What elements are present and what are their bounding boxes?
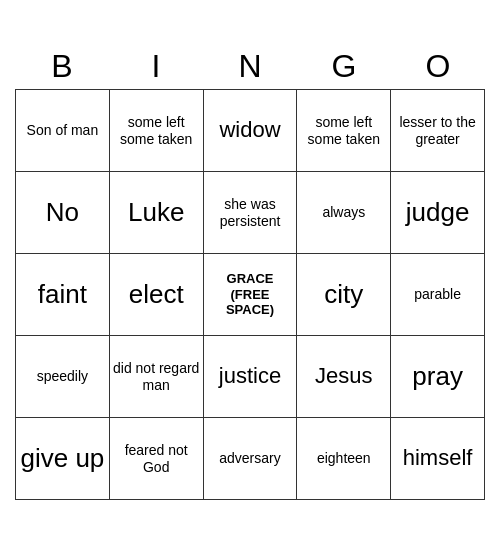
bingo-cell-20: give up <box>16 418 110 500</box>
bingo-cell-8: always <box>297 172 391 254</box>
header-letter-n: N <box>203 44 297 89</box>
bingo-cell-12: GRACE (free space) <box>204 254 298 336</box>
header-letter-g: G <box>297 44 391 89</box>
bingo-cell-4: lesser to the greater <box>391 90 485 172</box>
bingo-cell-10: faint <box>16 254 110 336</box>
bingo-cell-19: pray <box>391 336 485 418</box>
header-letter-o: O <box>391 44 485 89</box>
bingo-cell-2: widow <box>204 90 298 172</box>
bingo-cell-17: justice <box>204 336 298 418</box>
bingo-cell-11: elect <box>110 254 204 336</box>
bingo-grid: Son of mansome left some takenwidowsome … <box>15 89 485 500</box>
bingo-cell-7: she was persistent <box>204 172 298 254</box>
bingo-cell-3: some left some taken <box>297 90 391 172</box>
bingo-cell-13: city <box>297 254 391 336</box>
bingo-cell-23: eighteen <box>297 418 391 500</box>
bingo-cell-15: speedily <box>16 336 110 418</box>
bingo-cell-21: feared not God <box>110 418 204 500</box>
bingo-cell-5: No <box>16 172 110 254</box>
bingo-header: BINGO <box>15 44 485 89</box>
bingo-cell-18: Jesus <box>297 336 391 418</box>
bingo-cell-1: some left some taken <box>110 90 204 172</box>
bingo-cell-9: judge <box>391 172 485 254</box>
bingo-cell-22: adversary <box>204 418 298 500</box>
header-letter-i: I <box>109 44 203 89</box>
bingo-card: BINGO Son of mansome left some takenwido… <box>15 44 485 500</box>
bingo-cell-6: Luke <box>110 172 204 254</box>
bingo-cell-24: himself <box>391 418 485 500</box>
bingo-cell-14: parable <box>391 254 485 336</box>
bingo-cell-16: did not regard man <box>110 336 204 418</box>
bingo-cell-0: Son of man <box>16 90 110 172</box>
header-letter-b: B <box>15 44 109 89</box>
